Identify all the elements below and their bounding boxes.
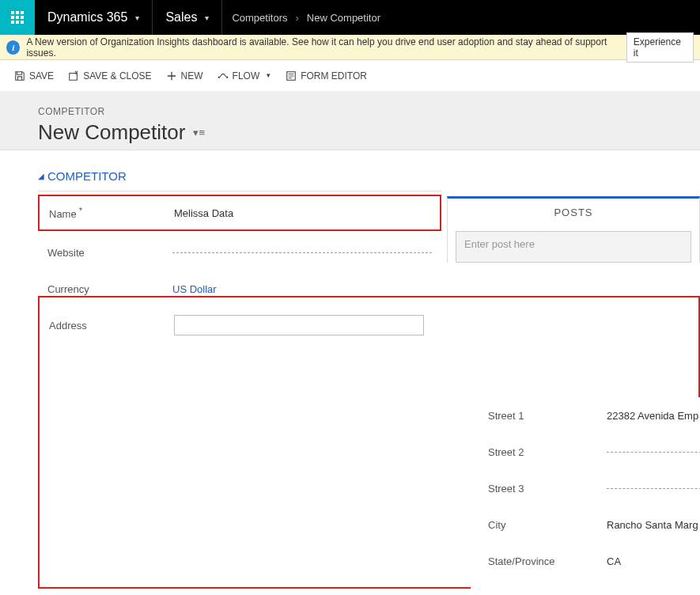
street1-value[interactable]: 22382 Avenida Emp xyxy=(607,410,700,422)
posts-tab[interactable]: POSTS xyxy=(448,199,699,226)
notification-bar: i A New version of Organization Insights… xyxy=(0,35,700,60)
empty-field-placeholder xyxy=(172,252,432,253)
website-value[interactable] xyxy=(172,252,432,253)
posts-pane: POSTS Enter post here xyxy=(447,196,700,263)
form-editor-label: FORM EDITOR xyxy=(301,70,367,81)
title-menu-icon[interactable]: ▾≡ xyxy=(193,127,205,138)
chevron-down-icon: ▾ xyxy=(205,13,209,22)
posts-input[interactable]: Enter post here xyxy=(456,231,691,263)
save-close-label: SAVE & CLOSE xyxy=(83,70,151,81)
form-body: ◢ COMPETITOR Name * Melissa Data Website… xyxy=(0,150,700,589)
empty-field-placeholder xyxy=(607,488,700,489)
address-highlight-panel: Address Street 1 22382 Avenida Emp Stree… xyxy=(38,296,700,589)
form-left-column: Name * Melissa Data Website Currency US … xyxy=(38,191,441,307)
state-value[interactable]: CA xyxy=(607,555,700,567)
triangle-down-icon: ◢ xyxy=(38,172,44,180)
required-marker: * xyxy=(77,206,82,215)
nav-brand-dropdown[interactable]: Dynamics 365 ▾ xyxy=(35,0,153,35)
currency-label: Currency xyxy=(47,283,172,295)
section-title: COMPETITOR xyxy=(47,169,127,183)
currency-value[interactable]: US Dollar xyxy=(172,283,432,295)
plus-icon xyxy=(166,70,177,81)
nav-brand-label: Dynamics 365 xyxy=(47,10,127,25)
page-title: New Competitor xyxy=(38,120,185,145)
breadcrumb-current: New Competitor xyxy=(307,12,380,24)
save-label: SAVE xyxy=(29,70,54,81)
chevron-down-icon: ▾ xyxy=(135,13,139,22)
state-row[interactable]: State/Province CA xyxy=(471,543,700,579)
command-bar: SAVE SAVE & CLOSE NEW FLOW ▼ FORM EDITOR xyxy=(0,60,700,92)
form-editor-icon xyxy=(286,70,297,81)
street1-label: Street 1 xyxy=(488,410,607,422)
name-field-row[interactable]: Name * Melissa Data xyxy=(38,195,441,231)
notification-action-button[interactable]: Experience it xyxy=(626,32,694,63)
name-label: Name * xyxy=(49,206,174,220)
chevron-down-icon: ▼ xyxy=(265,72,271,79)
address-flyout: Street 1 22382 Avenida Emp Street 2 Stre… xyxy=(471,397,700,589)
website-field-row[interactable]: Website xyxy=(38,234,441,271)
form-editor-button[interactable]: FORM EDITOR xyxy=(286,70,367,81)
address-label: Address xyxy=(49,320,174,332)
save-button[interactable]: SAVE xyxy=(14,70,54,81)
entity-label: COMPETITOR xyxy=(38,106,700,117)
empty-field-placeholder xyxy=(607,452,700,453)
app-launcher-button[interactable] xyxy=(0,0,35,35)
nav-area-dropdown[interactable]: Sales ▾ xyxy=(153,0,222,35)
info-icon: i xyxy=(6,40,20,55)
street3-label: Street 3 xyxy=(488,483,607,495)
city-label: City xyxy=(488,519,607,531)
street1-row[interactable]: Street 1 22382 Avenida Emp xyxy=(471,397,700,434)
street3-value[interactable] xyxy=(607,488,700,489)
new-label: NEW xyxy=(181,70,203,81)
street2-label: Street 2 xyxy=(488,446,607,458)
svg-point-1 xyxy=(226,76,228,78)
chevron-right-icon: › xyxy=(295,12,298,24)
breadcrumb: Competitors › New Competitor xyxy=(222,0,380,35)
waffle-icon xyxy=(11,11,24,24)
address-input[interactable] xyxy=(174,315,424,335)
city-row[interactable]: City Rancho Santa Marg xyxy=(471,506,700,543)
name-value[interactable]: Melissa Data xyxy=(174,207,430,219)
zip-row[interactable]: ZIP/Postal Code 92688 xyxy=(471,579,700,589)
street2-row[interactable]: Street 2 xyxy=(471,434,700,470)
flow-dropdown[interactable]: FLOW ▼ xyxy=(218,70,272,81)
address-field-row: Address xyxy=(49,307,698,343)
new-button[interactable]: NEW xyxy=(166,70,203,81)
website-label: Website xyxy=(47,247,172,259)
breadcrumb-parent[interactable]: Competitors xyxy=(232,12,287,24)
street2-value[interactable] xyxy=(607,452,700,453)
svg-point-0 xyxy=(218,76,219,78)
state-label: State/Province xyxy=(488,555,607,567)
city-value[interactable]: Rancho Santa Marg xyxy=(607,519,700,531)
record-header: COMPETITOR New Competitor ▾≡ xyxy=(0,92,700,150)
section-toggle-competitor[interactable]: ◢ COMPETITOR xyxy=(38,169,700,183)
flow-icon xyxy=(218,70,229,81)
nav-area-label: Sales xyxy=(165,10,197,25)
street3-row[interactable]: Street 3 xyxy=(471,470,700,506)
save-close-icon xyxy=(68,70,79,81)
save-close-button[interactable]: SAVE & CLOSE xyxy=(68,70,151,81)
flow-label: FLOW xyxy=(233,70,260,81)
global-nav: Dynamics 365 ▾ Sales ▾ Competitors › New… xyxy=(0,0,700,35)
save-icon xyxy=(14,70,25,81)
notification-text: A New version of Organization Insights d… xyxy=(26,36,619,59)
